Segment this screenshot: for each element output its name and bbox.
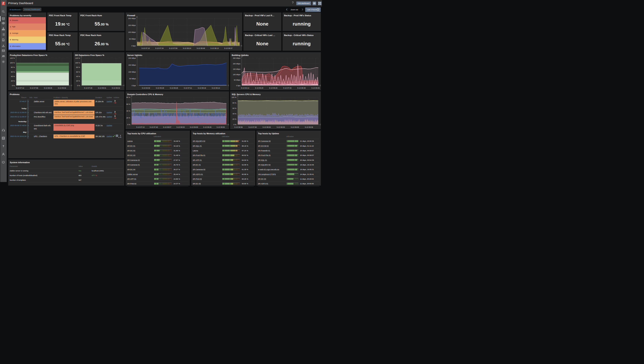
svg-text:5-13 07:33: 5-13 07:33 <box>283 87 292 89</box>
svg-text:0 %: 0 % <box>12 85 15 86</box>
svg-text:5-13 08:48: 5-13 08:48 <box>197 47 205 49</box>
svg-text:20 %: 20 % <box>126 117 130 119</box>
svg-text:20 %: 20 % <box>76 80 80 82</box>
svg-text:100 Mbps: 100 Mbps <box>128 71 136 73</box>
svg-text:80 %: 80 % <box>126 96 130 98</box>
svg-text:5-13 09:53: 5-13 09:53 <box>217 126 225 128</box>
svg-text:5-13 09:14: 5-13 09:14 <box>212 87 220 89</box>
svg-text:5-13 07:30: 5-13 07:30 <box>248 126 257 128</box>
svg-text:60 %: 60 % <box>11 71 15 73</box>
svg-text:5-13 07:10: 5-13 07:10 <box>142 47 150 49</box>
svg-text:5-13 07:21: 5-13 07:21 <box>184 87 192 89</box>
svg-text:40 %: 40 % <box>232 113 236 115</box>
svg-text:5-13 07:12: 5-13 07:12 <box>16 87 24 89</box>
svg-text:80 %: 80 % <box>76 66 80 68</box>
svg-text:0 bps: 0 bps <box>132 85 136 86</box>
svg-text:0 %: 0 % <box>128 124 130 126</box>
svg-text:5-13 09:32: 5-13 09:32 <box>58 87 66 89</box>
svg-text:100 Mbps: 100 Mbps <box>233 74 240 76</box>
svg-text:5-13 08:45: 5-13 08:45 <box>44 87 52 89</box>
svg-text:150 Mbps: 150 Mbps <box>233 68 240 70</box>
svg-text:5-13 07:34: 5-13 07:34 <box>156 47 164 49</box>
svg-text:40 %: 40 % <box>76 75 80 77</box>
svg-text:5-13 07:40: 5-13 07:40 <box>150 126 158 128</box>
svg-text:250 Mbps: 250 Mbps <box>233 57 240 59</box>
svg-text:200 Mbps: 200 Mbps <box>128 18 136 20</box>
svg-text:80 %: 80 % <box>11 66 15 68</box>
svg-text:50 Mbps: 50 Mbps <box>129 78 136 80</box>
svg-text:5-13 08:18: 5-13 08:18 <box>198 87 206 89</box>
svg-text:5-13 04:32: 5-13 04:32 <box>142 87 150 89</box>
svg-text:0 %: 0 % <box>77 85 80 86</box>
svg-text:5-13 09:45: 5-13 09:45 <box>312 87 320 89</box>
svg-text:5-13 06:59: 5-13 06:59 <box>234 126 242 128</box>
svg-text:5-13 09:00: 5-13 09:00 <box>190 126 198 128</box>
svg-text:60 %: 60 % <box>126 103 130 105</box>
svg-text:120 %: 120 % <box>75 57 80 59</box>
svg-text:100 %: 100 % <box>232 96 236 98</box>
svg-text:80 %: 80 % <box>232 102 236 104</box>
svg-text:100 %: 100 % <box>10 62 15 64</box>
svg-text:5-13 09:37: 5-13 09:37 <box>224 47 232 49</box>
svg-text:60 %: 60 % <box>232 107 236 109</box>
svg-text:5-13 05:20: 5-13 05:20 <box>255 87 263 89</box>
svg-text:5-13 08:02: 5-13 08:02 <box>262 126 271 128</box>
svg-text:200 Mbps: 200 Mbps <box>233 63 240 65</box>
svg-text:5-13 08:07: 5-13 08:07 <box>163 126 172 128</box>
svg-text:5-13 05:28: 5-13 05:28 <box>156 87 164 89</box>
svg-text:50 Mbps: 50 Mbps <box>234 79 240 81</box>
svg-text:200 Mbps: 200 Mbps <box>128 57 136 59</box>
svg-text:100 %: 100 % <box>75 62 80 64</box>
svg-text:5-13 07:59: 5-13 07:59 <box>169 47 178 49</box>
svg-text:5-13 07:58: 5-13 07:58 <box>30 87 38 89</box>
svg-text:5-13 06:26: 5-13 06:26 <box>269 87 278 89</box>
svg-text:5-13 08:31: 5-13 08:31 <box>98 87 106 89</box>
svg-text:100 Mbps: 100 Mbps <box>128 31 136 33</box>
svg-text:150 Mbps: 150 Mbps <box>128 64 136 66</box>
svg-text:150 Mbps: 150 Mbps <box>128 25 136 26</box>
svg-text:5-13 08:33: 5-13 08:33 <box>277 126 285 128</box>
svg-text:5-13 09:36: 5-13 09:36 <box>305 126 313 128</box>
svg-text:60 %: 60 % <box>76 71 80 73</box>
svg-text:5-13 09:26: 5-13 09:26 <box>203 126 212 128</box>
svg-text:5-13 08:39: 5-13 08:39 <box>298 87 306 89</box>
svg-text:5-13 09:32: 5-13 09:32 <box>112 87 120 89</box>
svg-text:5-13 04:14: 5-13 04:14 <box>241 87 249 89</box>
svg-text:5-13 08:33: 5-13 08:33 <box>176 126 185 128</box>
svg-text:5-13 07:13: 5-13 07:13 <box>136 126 144 128</box>
svg-text:5-13 08:24: 5-13 08:24 <box>183 47 191 49</box>
svg-text:120 %: 120 % <box>10 57 15 59</box>
svg-text:5-13 09:13: 5-13 09:13 <box>210 47 219 49</box>
svg-text:0 bps: 0 bps <box>132 45 136 47</box>
svg-text:5-13 09:05: 5-13 09:05 <box>291 126 299 128</box>
svg-text:5-13 07:29: 5-13 07:29 <box>84 87 92 89</box>
svg-text:0 bps: 0 bps <box>236 85 240 86</box>
svg-text:5-13 06:25: 5-13 06:25 <box>170 87 178 89</box>
svg-text:20 %: 20 % <box>232 118 236 120</box>
svg-text:40 %: 40 % <box>11 75 15 77</box>
svg-text:40 %: 40 % <box>126 110 130 112</box>
svg-text:0 %: 0 % <box>234 124 236 126</box>
svg-text:50 Mbps: 50 Mbps <box>129 38 136 40</box>
svg-text:20 %: 20 % <box>11 80 15 82</box>
